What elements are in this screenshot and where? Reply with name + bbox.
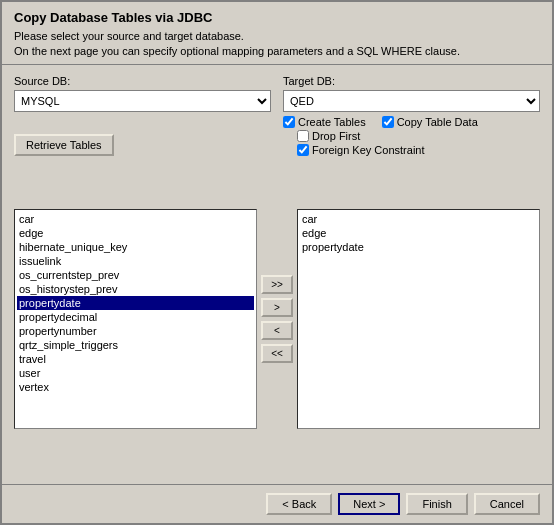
list-item[interactable]: os_historystep_prev [17, 282, 254, 296]
move-left-button[interactable]: < [261, 321, 293, 340]
list-item[interactable]: hibernate_unique_key [17, 240, 254, 254]
dialog-desc-line1: Please select your source and target dat… [14, 29, 540, 44]
foreign-key-checkbox-item[interactable]: Foreign Key Constraint [297, 144, 425, 156]
lists-area: caredgehibernate_unique_keyissuelinkos_c… [14, 164, 540, 474]
list-item[interactable]: propertydecimal [17, 310, 254, 324]
retrieve-tables-btn-wrapper: Retrieve Tables [14, 134, 271, 156]
retrieve-tables-button[interactable]: Retrieve Tables [14, 134, 114, 156]
list-item[interactable]: edge [17, 226, 254, 240]
source-list[interactable]: caredgehibernate_unique_keyissuelinkos_c… [14, 209, 257, 429]
list-item[interactable]: qrtz_simple_triggers [17, 338, 254, 352]
move-right-button[interactable]: > [261, 298, 293, 317]
source-db-label: Source DB: [14, 75, 271, 87]
drop-first-checkbox[interactable] [297, 130, 309, 142]
checkbox-row-3: Foreign Key Constraint [283, 144, 540, 156]
target-db-label: Target DB: [283, 75, 540, 87]
list-item[interactable]: propertydate [300, 240, 537, 254]
move-all-left-button[interactable]: << [261, 344, 293, 363]
target-list[interactable]: caredgepropertydate [297, 209, 540, 429]
source-db-select[interactable]: MYSQL [14, 90, 271, 112]
cancel-button[interactable]: Cancel [474, 493, 540, 515]
dialog-desc-line2: On the next page you can specify optiona… [14, 44, 540, 59]
checkbox-row-1: Create Tables Copy Table Data [283, 116, 540, 128]
copy-table-data-checkbox[interactable] [382, 116, 394, 128]
list-item[interactable]: propertynumber [17, 324, 254, 338]
dialog: Copy Database Tables via JDBC Please sel… [0, 0, 554, 525]
checkbox-row-2: Drop First [283, 130, 540, 142]
target-db-group: Target DB: QED [283, 75, 540, 112]
list-item[interactable]: car [300, 212, 537, 226]
checkboxes-area: Create Tables Copy Table Data Drop First [283, 116, 540, 156]
source-db-group: Source DB: MYSQL [14, 75, 271, 128]
list-item[interactable]: vertex [17, 380, 254, 394]
foreign-key-label: Foreign Key Constraint [312, 144, 425, 156]
foreign-key-checkbox[interactable] [297, 144, 309, 156]
content: Source DB: MYSQL Retrieve Tables Target … [2, 65, 552, 484]
list-item[interactable]: car [17, 212, 254, 226]
create-tables-checkbox[interactable] [283, 116, 295, 128]
create-tables-label: Create Tables [298, 116, 366, 128]
top-section: Source DB: MYSQL Retrieve Tables Target … [14, 75, 540, 156]
list-item[interactable]: travel [17, 352, 254, 366]
copy-table-data-checkbox-item[interactable]: Copy Table Data [382, 116, 478, 128]
finish-button[interactable]: Finish [406, 493, 467, 515]
arrow-buttons: >> > < << [261, 275, 293, 363]
list-item[interactable]: os_currentstep_prev [17, 268, 254, 282]
create-tables-checkbox-item[interactable]: Create Tables [283, 116, 366, 128]
copy-table-data-label: Copy Table Data [397, 116, 478, 128]
dialog-title: Copy Database Tables via JDBC [14, 10, 540, 25]
list-item[interactable]: issuelink [17, 254, 254, 268]
drop-first-label: Drop First [312, 130, 360, 142]
drop-first-checkbox-item[interactable]: Drop First [297, 130, 360, 142]
target-db-select[interactable]: QED [283, 90, 540, 112]
list-item[interactable]: propertydate [17, 296, 254, 310]
list-item[interactable]: user [17, 366, 254, 380]
footer: < Back Next > Finish Cancel [2, 484, 552, 523]
next-button[interactable]: Next > [338, 493, 400, 515]
move-all-right-button[interactable]: >> [261, 275, 293, 294]
title-bar: Copy Database Tables via JDBC Please sel… [2, 2, 552, 65]
right-column: Target DB: QED Create Tables Copy Table [283, 75, 540, 156]
left-column: Source DB: MYSQL Retrieve Tables [14, 75, 271, 156]
list-item[interactable]: edge [300, 226, 537, 240]
back-button[interactable]: < Back [266, 493, 332, 515]
